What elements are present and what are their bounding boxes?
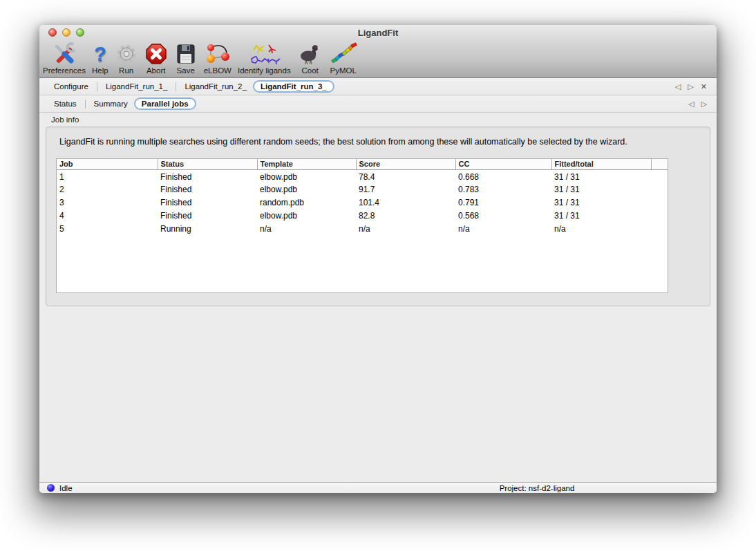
job-info-description: LigandFit is running multiple searches u… [59, 137, 627, 147]
cell-cc: 0.791 [455, 196, 551, 209]
pymol-ribbon-icon [330, 41, 357, 66]
coot-bird-icon [297, 41, 323, 66]
tab-summary[interactable]: Summary [88, 98, 134, 109]
cell-spacer [651, 209, 668, 222]
cell-job: 4 [57, 209, 158, 222]
toolbar: Preferences ? Help Run [43, 41, 357, 75]
toolbar-item-label: Preferences [43, 66, 86, 75]
cell-cc: 0.668 [455, 169, 551, 183]
tab-ligandfit-run-2[interactable]: LigandFit_run_2_ [178, 81, 253, 92]
status-text: Idle [59, 484, 73, 492]
tab-ligandfit-run-3-selected[interactable]: LigandFit_run_3_ [253, 80, 334, 93]
toolbar-item-label: eLBOW [204, 66, 231, 75]
cell-template: elbow.pdb [257, 169, 356, 183]
column-header-cc[interactable]: CC [455, 159, 551, 169]
cell-spacer [651, 183, 668, 196]
table-row[interactable]: 5 Running n/a n/a n/a n/a [57, 222, 668, 235]
ligandfit-window: LigandFit Preferences ? Help [39, 25, 717, 493]
cell-status: Finished [158, 183, 257, 196]
cell-score: 91.7 [356, 183, 455, 196]
tab-close-icon[interactable]: ✕ [701, 82, 707, 91]
table-row[interactable]: 1 Finished elbow.pdb 78.4 0.668 31 / 31 [57, 169, 668, 183]
molecule-icon [204, 41, 231, 66]
abort-icon [144, 41, 168, 66]
status-indicator-icon [47, 484, 55, 492]
column-header-job[interactable]: Job [57, 159, 158, 169]
ligands-icon [245, 41, 283, 66]
table-row[interactable]: 2 Finished elbow.pdb 91.7 0.783 31 / 31 [57, 183, 668, 196]
column-header-status[interactable]: Status [158, 159, 257, 169]
cell-fitted-total: 31 / 31 [551, 183, 651, 196]
toolbar-item-label: Abort [147, 66, 166, 75]
table-row[interactable]: 3 Finished random.pdb 101.4 0.791 31 / 3… [57, 196, 668, 209]
cell-cc: 0.783 [455, 183, 551, 196]
column-header-fitted-total[interactable]: Fitted/total [551, 159, 651, 169]
column-header-score[interactable]: Score [356, 159, 455, 169]
cell-status: Running [158, 222, 257, 235]
run-button[interactable]: Run [115, 41, 138, 75]
cell-status: Finished [158, 169, 257, 183]
cell-cc: 0.568 [455, 209, 551, 222]
column-header-spacer [651, 159, 668, 169]
cell-job: 1 [57, 169, 158, 183]
help-icon: ? [94, 41, 106, 66]
abort-button[interactable]: Abort [144, 41, 168, 75]
tab-ligandfit-run-1[interactable]: LigandFit_run_1_ [100, 81, 174, 92]
tab-configure[interactable]: Configure [48, 81, 95, 92]
cell-score: 82.8 [356, 209, 455, 222]
tab-scroll-left-icon[interactable]: ◁ [688, 100, 694, 109]
identify-ligands-button[interactable]: Identify ligands [238, 41, 291, 75]
save-button[interactable]: Save [174, 41, 198, 75]
help-button[interactable]: ? Help [92, 41, 108, 75]
table-header-row: Job Status Template Score CC Fitted/tota… [57, 159, 668, 169]
tab-scroll-left-icon[interactable]: ◁ [675, 82, 681, 91]
parallel-jobs-panel: Job info LigandFit is running multiple s… [39, 113, 717, 482]
preferences-button[interactable]: Preferences [43, 41, 86, 75]
job-info-group-box: LigandFit is running multiple searches u… [46, 127, 710, 306]
elbow-button[interactable]: eLBOW [204, 41, 231, 75]
cell-spacer [651, 196, 668, 209]
cell-fitted-total: 31 / 31 [551, 196, 651, 209]
pymol-button[interactable]: PyMOL [330, 41, 357, 75]
window-header: LigandFit Preferences ? Help [39, 25, 717, 78]
job-info-group-label: Job info [51, 115, 79, 124]
window-title: LigandFit [39, 28, 717, 38]
cell-fitted-total: n/a [551, 222, 651, 235]
toolbar-item-label: Run [119, 66, 133, 75]
cell-spacer [651, 222, 668, 235]
cell-status: Finished [158, 196, 257, 209]
cell-score: 78.4 [356, 169, 455, 183]
save-icon [174, 41, 198, 66]
tab-separator [97, 82, 97, 91]
status-bar: Idle Project: nsf-d2-ligand [39, 482, 717, 493]
cell-score: 101.4 [356, 196, 455, 209]
toolbar-item-label: Help [92, 66, 108, 75]
tab-status[interactable]: Status [48, 98, 83, 109]
toolbar-item-label: Coot [302, 66, 319, 75]
tab-scroll-right-icon[interactable]: ▷ [701, 100, 707, 109]
cell-spacer [651, 169, 668, 183]
sub-tabs-nav: ◁ ▷ [688, 100, 717, 109]
coot-button[interactable]: Coot [297, 41, 323, 75]
cell-template: random.pdb [257, 196, 356, 209]
column-header-template[interactable]: Template [257, 159, 356, 169]
titlebar[interactable]: LigandFit [39, 25, 717, 41]
gear-icon [115, 41, 138, 66]
jobs-table: Job Status Template Score CC Fitted/tota… [56, 158, 668, 293]
cell-cc: n/a [455, 222, 551, 235]
cell-job: 3 [57, 196, 158, 209]
cell-fitted-total: 31 / 31 [551, 169, 651, 183]
tab-separator [85, 100, 86, 109]
cell-job: 2 [57, 183, 158, 196]
cell-template: elbow.pdb [257, 209, 356, 222]
tab-separator [176, 82, 176, 91]
toolbar-item-label: PyMOL [330, 66, 356, 75]
cell-score: n/a [356, 222, 455, 235]
tab-parallel-jobs-selected[interactable]: Parallel jobs [134, 97, 196, 110]
sub-tabs-bar: Status Summary Parallel jobs ◁ ▷ [39, 95, 717, 113]
table-row[interactable]: 4 Finished elbow.pdb 82.8 0.568 31 / 31 [57, 209, 668, 222]
cell-template: elbow.pdb [257, 183, 356, 196]
tab-scroll-right-icon[interactable]: ▷ [688, 82, 693, 91]
cell-fitted-total: 31 / 31 [551, 209, 651, 222]
toolbar-item-label: Identify ligands [238, 66, 291, 75]
